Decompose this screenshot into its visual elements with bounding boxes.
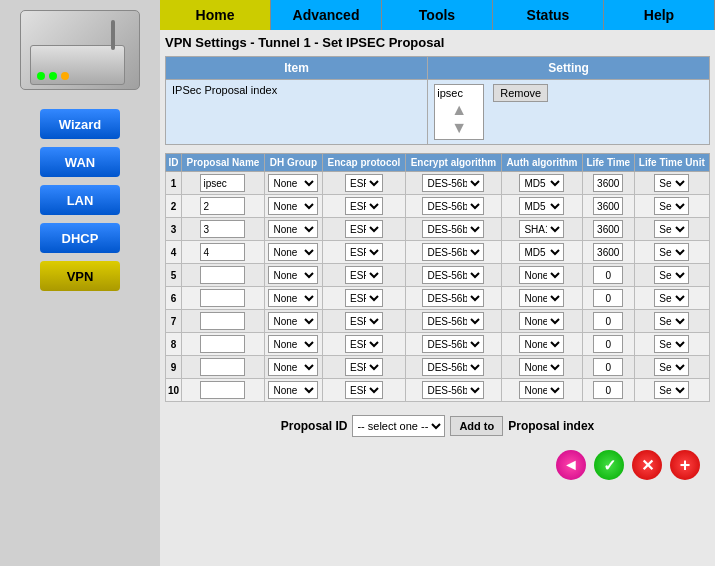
encap-select[interactable]: ESPAH [345,335,383,353]
wizard-button[interactable]: Wizard [40,109,120,139]
encrypt-select[interactable]: DES-56bit3DESAES-128bitAES-256bit [422,358,484,376]
nav-help[interactable]: Help [604,0,715,30]
proposal-name-input[interactable] [200,243,245,261]
auth-select[interactable]: NoneMD5SHA1 [519,358,564,376]
table-row: 8 NoneGroup1Group2Group5 ESPAH DES-56bit… [166,333,710,356]
remove-button[interactable]: Remove [493,84,548,102]
vpn-button[interactable]: VPN [40,261,120,291]
nav-advanced[interactable]: Advanced [271,0,382,30]
auth-select[interactable]: NoneMD5SHA1 [519,266,564,284]
dh-select[interactable]: NoneGroup1Group2Group5 [268,197,318,215]
proposal-name-input[interactable] [200,197,245,215]
unit-select[interactable]: Sec.Min.Hour [654,358,689,376]
encap-select[interactable]: ESPAH [345,358,383,376]
dh-select[interactable]: NoneGroup1Group2Group5 [268,220,318,238]
encrypt-select[interactable]: DES-56bit3DESAES-128bitAES-256bit [422,312,484,330]
encap-select[interactable]: ESPAH [345,312,383,330]
encrypt-select[interactable]: DES-56bit3DESAES-128bitAES-256bit [422,174,484,192]
col-id: ID [166,154,182,172]
auth-select[interactable]: NoneMD5SHA1 [519,174,564,192]
add-to-button[interactable]: Add to [450,416,503,436]
unit-select[interactable]: Sec.Min.Hour [654,220,689,238]
unit-select[interactable]: Sec.Min.Hour [654,289,689,307]
lifetime-input[interactable] [593,381,623,399]
lan-button[interactable]: LAN [40,185,120,215]
encrypt-select[interactable]: DES-56bit3DESAES-128bitAES-256bit [422,197,484,215]
encap-select[interactable]: ESPAH [345,381,383,399]
unit-select[interactable]: Sec.Min.Hour [654,381,689,399]
encap-select[interactable]: ESPAH [345,174,383,192]
ok-button[interactable]: ✓ [594,450,624,480]
dh-select[interactable]: NoneGroup1Group2Group5 [268,243,318,261]
proposal-select[interactable]: -- select one -- [352,415,445,437]
lifetime-input[interactable] [593,220,623,238]
dh-select[interactable]: NoneGroup1Group2Group5 [268,335,318,353]
dh-select[interactable]: NoneGroup1Group2Group5 [268,312,318,330]
auth-select[interactable]: NoneMD5SHA1 [519,243,564,261]
row-auth-cell: NoneMD5SHA1 [502,310,583,333]
auth-select[interactable]: NoneMD5SHA1 [519,312,564,330]
encap-select[interactable]: ESPAH [345,243,383,261]
row-encrypt-cell: DES-56bit3DESAES-128bitAES-256bit [405,172,501,195]
lifetime-input[interactable] [593,266,623,284]
encrypt-select[interactable]: DES-56bit3DESAES-128bitAES-256bit [422,243,484,261]
encap-select[interactable]: ESPAH [345,197,383,215]
dh-select[interactable]: NoneGroup1Group2Group5 [268,381,318,399]
wan-button[interactable]: WAN [40,147,120,177]
unit-select[interactable]: Sec.Min.Hour [654,266,689,284]
encrypt-select[interactable]: DES-56bit3DESAES-128bitAES-256bit [422,220,484,238]
lifetime-input[interactable] [593,243,623,261]
lifetime-input[interactable] [593,312,623,330]
auth-select[interactable]: NoneMD5SHA1 [519,335,564,353]
dh-select[interactable]: NoneGroup1Group2Group5 [268,358,318,376]
bottom-icons: ◄ ✓ ✕ + [165,445,710,485]
encap-select[interactable]: ESPAH [345,266,383,284]
nav-status[interactable]: Status [493,0,604,30]
encrypt-select[interactable]: DES-56bit3DESAES-128bitAES-256bit [422,289,484,307]
encrypt-select[interactable]: DES-56bit3DESAES-128bitAES-256bit [422,266,484,284]
ok-icon: ✓ [603,456,616,475]
lifetime-input[interactable] [593,335,623,353]
back-button[interactable]: ◄ [556,450,586,480]
nav-tools[interactable]: Tools [382,0,493,30]
proposal-name-input[interactable] [200,335,245,353]
lifetime-input[interactable] [593,358,623,376]
unit-select[interactable]: Sec.Min.Hour [654,243,689,261]
unit-select[interactable]: Sec.Min.Hour [654,312,689,330]
auth-select[interactable]: NoneMD5SHA1 [519,381,564,399]
encap-select[interactable]: ESPAH [345,220,383,238]
proposal-name-input[interactable] [200,174,245,192]
lifetime-input[interactable] [593,174,623,192]
dhcp-button[interactable]: DHCP [40,223,120,253]
proposal-name-input[interactable] [200,266,245,284]
item-header: Item [166,57,428,80]
dh-select[interactable]: NoneGroup1Group2Group5 [268,174,318,192]
unit-select[interactable]: Sec.Min.Hour [654,335,689,353]
encrypt-select[interactable]: DES-56bit3DESAES-128bitAES-256bit [422,335,484,353]
row-id: 10 [166,379,182,402]
add-button[interactable]: + [670,450,700,480]
auth-select[interactable]: NoneMD5SHA1 [519,197,564,215]
proposal-name-input[interactable] [200,289,245,307]
cancel-button[interactable]: ✕ [632,450,662,480]
row-dh-cell: NoneGroup1Group2Group5 [264,264,322,287]
proposal-index-label: Proposal index [508,419,594,433]
dh-select[interactable]: NoneGroup1Group2Group5 [268,266,318,284]
encrypt-select[interactable]: DES-56bit3DESAES-128bitAES-256bit [422,381,484,399]
table-row: 5 NoneGroup1Group2Group5 ESPAH DES-56bit… [166,264,710,287]
proposal-name-input[interactable] [200,358,245,376]
proposal-name-input[interactable] [200,312,245,330]
proposal-name-input[interactable] [200,220,245,238]
dh-select[interactable]: NoneGroup1Group2Group5 [268,289,318,307]
lifetime-input[interactable] [593,197,623,215]
auth-select[interactable]: NoneMD5SHA1 [519,289,564,307]
row-auth-cell: NoneMD5SHA1 [502,195,583,218]
unit-select[interactable]: Sec.Min.Hour [654,174,689,192]
proposal-name-input[interactable] [200,381,245,399]
encap-select[interactable]: ESPAH [345,289,383,307]
nav-home[interactable]: Home [160,0,271,30]
row-unit-cell: Sec.Min.Hour [634,310,709,333]
unit-select[interactable]: Sec.Min.Hour [654,197,689,215]
auth-select[interactable]: NoneMD5SHA1 [519,220,564,238]
lifetime-input[interactable] [593,289,623,307]
